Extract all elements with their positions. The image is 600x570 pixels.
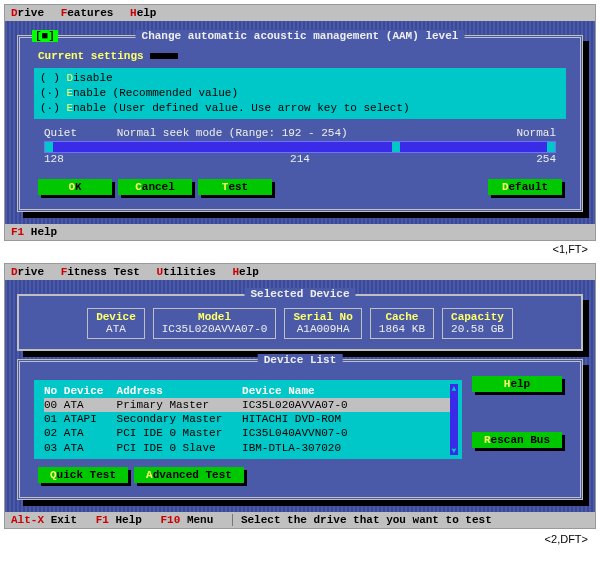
sel-capacity: Capacity20.58 GB bbox=[442, 308, 513, 339]
dialog-title: Change automatic acoustic management (AA… bbox=[136, 30, 465, 42]
menu-bar-2: Drive Fitness Test Utilities Help bbox=[5, 264, 595, 280]
screenshot-2-caption: <2,DFT> bbox=[545, 533, 588, 545]
label-quiet: Quiet bbox=[44, 127, 77, 139]
device-row-0[interactable]: 00 ATA Primary Master IC35L020AVVA07-0 bbox=[44, 398, 450, 412]
rescan-bus-button[interactable]: Rescan Bus bbox=[472, 432, 562, 448]
aam-options-group: ( ) Disable (·) Enable (Recommended valu… bbox=[34, 68, 566, 119]
desktop-background: [■] Change automatic acoustic management… bbox=[5, 21, 595, 224]
hotkey-f1[interactable]: F1 bbox=[11, 226, 24, 238]
desktop-background-2: Selected Device DeviceATA ModelIC35L020A… bbox=[5, 280, 595, 512]
settings-indicator-icon bbox=[150, 53, 178, 59]
status-bar: F1 Help bbox=[5, 224, 595, 240]
menu-help[interactable]: Help bbox=[130, 7, 156, 19]
ok-button[interactable]: OK bbox=[38, 179, 112, 195]
help-button[interactable]: Help bbox=[472, 376, 562, 392]
device-row-2[interactable]: 02 ATA PCI IDE 0 Master IC35L040AVVN07-0 bbox=[44, 426, 450, 440]
screenshot-1-caption: <1,FT> bbox=[553, 243, 588, 255]
default-button[interactable]: Default bbox=[488, 179, 562, 195]
menu-drive-2[interactable]: Drive bbox=[11, 266, 44, 278]
status-hint: Select the drive that you want to test bbox=[232, 514, 492, 526]
seek-range-row: Quiet Normal seek mode (Range: 192 - 254… bbox=[34, 127, 566, 139]
seek-slider[interactable] bbox=[44, 141, 556, 153]
device-table-header: No Device Address Device Name bbox=[44, 384, 450, 398]
label-seek-range: Normal seek mode (Range: 192 - 254) bbox=[117, 127, 348, 139]
device-list-title: Device List bbox=[258, 354, 343, 366]
device-list-panel: Device List No Device Address Device Nam… bbox=[17, 359, 583, 500]
device-row-3[interactable]: 03 ATA PCI IDE 0 Slave IBM-DTLA-307020 bbox=[44, 441, 450, 455]
selected-device-panel: Selected Device DeviceATA ModelIC35L020A… bbox=[17, 294, 583, 351]
test-button[interactable]: Test bbox=[198, 179, 272, 195]
hotkey-f10[interactable]: F10 bbox=[160, 514, 180, 526]
seek-mid: 214 bbox=[290, 153, 310, 165]
menu-help-2[interactable]: Help bbox=[233, 266, 259, 278]
sel-cache: Cache1864 KB bbox=[370, 308, 434, 339]
sel-model: ModelIC35L020AVVA07-0 bbox=[153, 308, 277, 339]
screenshot-1-ft-aam: DDriverive Features Help [■] Change auto… bbox=[4, 4, 596, 241]
current-settings-label: Current settings bbox=[34, 48, 566, 64]
sel-serial: Serial NoA1A009HA bbox=[284, 308, 361, 339]
device-table: No Device Address Device Name 00 ATA Pri… bbox=[34, 380, 462, 459]
menu-fitness-test[interactable]: Fitness Test bbox=[61, 266, 140, 278]
opt-enable-recommended[interactable]: (·) Enable (Recommended value) bbox=[40, 86, 560, 101]
menu-drive[interactable]: DDriverive bbox=[11, 7, 44, 19]
advanced-test-button[interactable]: Advanced Test bbox=[134, 467, 244, 483]
quick-test-button[interactable]: Quick Test bbox=[38, 467, 128, 483]
hotkey-f1-2[interactable]: F1 bbox=[96, 514, 109, 526]
status-bar-2: Alt-X Exit F1 Help F10 Menu Select the d… bbox=[5, 512, 595, 528]
seek-value-row: 128 214 254 bbox=[34, 153, 566, 165]
menu-utilities[interactable]: Utilities bbox=[156, 266, 215, 278]
aam-dialog: [■] Change automatic acoustic management… bbox=[17, 35, 583, 212]
sel-device: DeviceATA bbox=[87, 308, 145, 339]
menu-features[interactable]: Features bbox=[61, 7, 114, 19]
label-normal: Normal bbox=[516, 127, 566, 139]
screenshot-2-dft-main: Drive Fitness Test Utilities Help Select… bbox=[4, 263, 596, 529]
opt-enable-user[interactable]: (·) Enable (User defined value. Use arro… bbox=[40, 101, 560, 116]
menu-bar: DDriverive Features Help bbox=[5, 5, 595, 21]
seek-high: 254 bbox=[536, 153, 556, 165]
hotkey-altx[interactable]: Alt-X bbox=[11, 514, 44, 526]
opt-disable[interactable]: ( ) Disable bbox=[40, 71, 560, 86]
dialog-button-row: OK Cancel Test Default bbox=[34, 179, 566, 195]
seek-low: 128 bbox=[44, 153, 64, 165]
cancel-button[interactable]: Cancel bbox=[118, 179, 192, 195]
selected-device-title: Selected Device bbox=[244, 288, 355, 300]
close-icon[interactable]: [■] bbox=[32, 30, 58, 42]
device-row-1[interactable]: 01 ATAPI Secondary Master HITACHI DVD-RO… bbox=[44, 412, 450, 426]
device-list-scrollbar[interactable] bbox=[450, 384, 458, 455]
